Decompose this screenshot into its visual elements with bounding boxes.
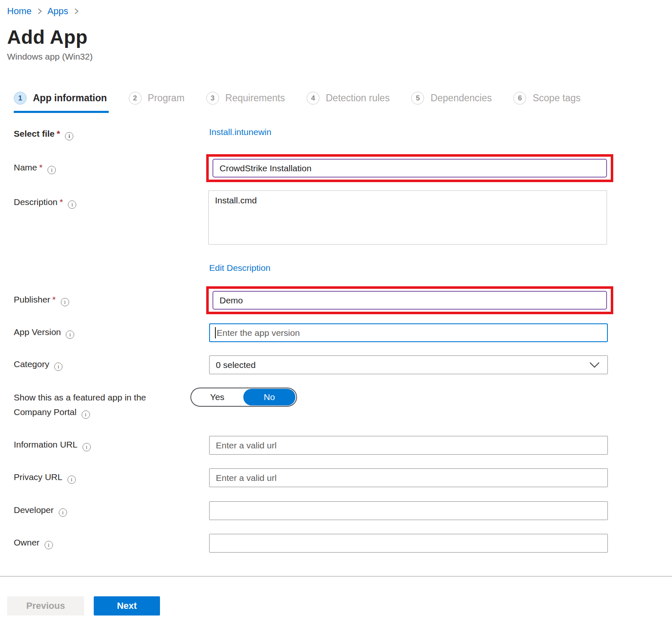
info-icon[interactable]	[54, 363, 62, 371]
tab-dependencies[interactable]: 5 Dependencies	[411, 92, 492, 113]
description-textarea[interactable]: Install.cmd	[208, 190, 607, 245]
info-icon[interactable]	[82, 410, 90, 419]
info-icon[interactable]	[82, 443, 91, 451]
add-app-page: Home Apps Add App Windows app (Win32) 1 …	[0, 0, 672, 615]
annotation-highlight-box	[206, 154, 613, 182]
info-icon[interactable]	[66, 330, 74, 339]
description-row: Description* Install.cmd	[7, 190, 672, 246]
step-number-badge: 6	[513, 92, 526, 105]
publisher-row: Publisher*	[7, 286, 672, 314]
page-title: Add App	[7, 26, 672, 48]
info-icon[interactable]	[68, 200, 76, 209]
tab-app-information[interactable]: 1 App information	[14, 92, 107, 113]
step-number-badge: 5	[411, 92, 424, 105]
chevron-down-icon	[589, 362, 600, 368]
edit-description-row: Edit Description	[7, 263, 672, 273]
edit-description-link[interactable]: Edit Description	[209, 263, 270, 273]
step-number-badge: 1	[14, 92, 27, 105]
name-row: Name*	[7, 154, 672, 182]
field-label: Owner	[7, 538, 209, 549]
step-number-badge: 2	[129, 92, 142, 105]
field-label: Developer	[7, 505, 209, 517]
field-label: Select file*	[7, 124, 209, 140]
field-label: Privacy URL	[7, 472, 209, 484]
breadcrumb-link-apps[interactable]: Apps	[47, 6, 68, 17]
tab-requirements[interactable]: 3 Requirements	[206, 92, 285, 113]
info-icon[interactable]	[65, 132, 73, 140]
wizard-footer: Previous Next	[7, 596, 672, 615]
privacy-url-input[interactable]	[209, 468, 608, 487]
breadcrumb: Home Apps	[7, 6, 672, 17]
tab-label: App information	[33, 93, 107, 104]
required-asterisk: *	[57, 129, 60, 138]
tab-scope-tags[interactable]: 6 Scope tags	[513, 92, 580, 113]
owner-row: Owner	[7, 534, 672, 553]
field-label: Publisher*	[7, 295, 209, 306]
name-input[interactable]	[212, 159, 607, 178]
required-asterisk: *	[39, 163, 42, 172]
app-version-input[interactable]	[209, 323, 608, 342]
field-label: Name*	[7, 163, 209, 174]
category-select[interactable]: 0 selected	[209, 355, 608, 374]
info-icon[interactable]	[67, 475, 76, 484]
toggle-option-yes[interactable]: Yes	[191, 388, 243, 406]
chevron-right-icon	[73, 8, 79, 15]
field-label: Description*	[7, 190, 209, 209]
app-version-row: App Version	[7, 323, 672, 342]
toggle-option-no[interactable]: No	[243, 389, 295, 405]
page-subtitle: Windows app (Win32)	[7, 52, 672, 62]
publisher-input[interactable]	[212, 291, 607, 310]
select-file-row: Select file* Install.intunewin	[7, 124, 672, 143]
chevron-right-icon	[37, 8, 42, 15]
app-information-form: Select file* Install.intunewin Name* Des…	[7, 124, 672, 553]
tab-label: Requirements	[225, 93, 285, 104]
annotation-highlight-box	[206, 286, 613, 314]
tab-program[interactable]: 2 Program	[129, 92, 185, 113]
field-label: Category	[7, 359, 209, 371]
tab-detection-rules[interactable]: 4 Detection rules	[307, 92, 390, 113]
info-icon[interactable]	[45, 541, 53, 549]
footer-divider	[0, 576, 672, 577]
info-icon[interactable]	[59, 508, 67, 517]
selected-file-link[interactable]: Install.intunewin	[209, 127, 271, 137]
info-icon[interactable]	[61, 298, 69, 306]
next-button[interactable]: Next	[94, 596, 160, 615]
step-number-badge: 4	[307, 92, 320, 105]
category-row: Category 0 selected	[7, 355, 672, 374]
required-asterisk: *	[52, 295, 56, 304]
text-cursor	[215, 327, 216, 338]
category-selected-value: 0 selected	[216, 360, 256, 370]
information-url-input[interactable]	[209, 436, 608, 455]
privacy-url-row: Privacy URL	[7, 468, 672, 487]
featured-toggle[interactable]: Yes No	[190, 388, 297, 407]
tab-label: Dependencies	[430, 93, 492, 104]
step-number-badge: 3	[206, 92, 219, 105]
developer-row: Developer	[7, 501, 672, 520]
owner-input[interactable]	[209, 534, 608, 553]
developer-input[interactable]	[209, 501, 608, 520]
tab-label: Program	[148, 93, 185, 104]
field-label: Show this as a featured app in the Compa…	[7, 388, 190, 419]
featured-app-row: Show this as a featured app in the Compa…	[7, 388, 672, 419]
info-icon[interactable]	[47, 166, 56, 174]
wizard-step-tabs: 1 App information 2 Program 3 Requiremen…	[14, 92, 672, 113]
tab-label: Scope tags	[532, 93, 580, 104]
information-url-row: Information URL	[7, 436, 672, 455]
previous-button[interactable]: Previous	[7, 596, 84, 615]
required-asterisk: *	[60, 197, 63, 207]
tab-label: Detection rules	[326, 93, 390, 104]
field-label: Information URL	[7, 440, 209, 451]
field-label: App Version	[7, 327, 209, 339]
breadcrumb-link-home[interactable]: Home	[7, 6, 32, 17]
